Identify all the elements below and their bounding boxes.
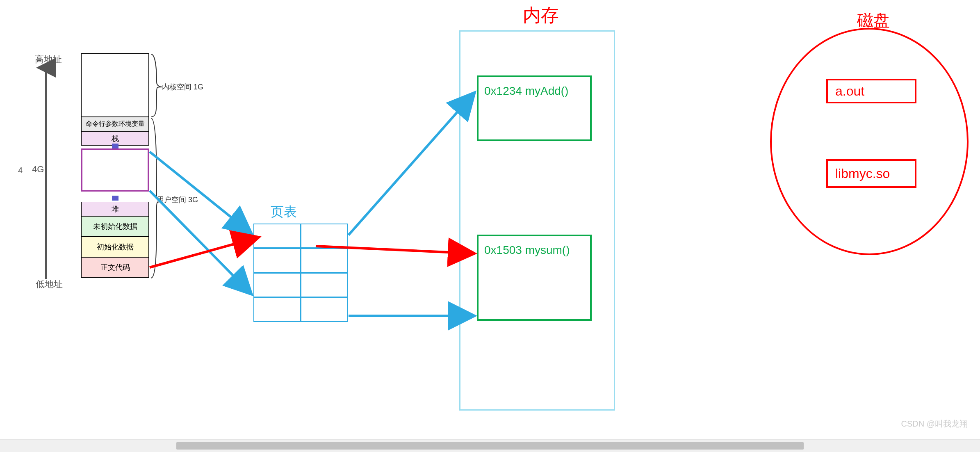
kernel-brace-label: 内核空间 1G xyxy=(162,82,203,92)
mem-box-1-text: 0x1234 myAdd() xyxy=(484,84,596,98)
stack-marker xyxy=(112,144,119,148)
svg-line-4 xyxy=(150,237,259,267)
four-label: 4 xyxy=(18,166,23,175)
svg-line-2 xyxy=(150,152,252,234)
scrollbar-thumb[interactable] xyxy=(176,442,804,450)
segment-heap: 堆 xyxy=(81,202,149,216)
four-g-label: 4G xyxy=(32,164,44,175)
low-address-label: 低地址 xyxy=(36,278,63,290)
high-address-label: 高地址 xyxy=(35,53,62,66)
page-table-title: 页表 xyxy=(271,203,297,221)
segment-mapped xyxy=(81,148,149,192)
heap-marker xyxy=(112,196,119,201)
mem-box-2-text: 0x1503 mysum() xyxy=(484,244,596,257)
disk-file-2: libmyc.so xyxy=(826,159,916,188)
segment-kernel xyxy=(81,53,149,117)
user-brace-label: 用户空间 3G xyxy=(157,195,198,205)
mem-box-1: 0x1234 myAdd() xyxy=(477,75,592,141)
svg-point-1 xyxy=(771,29,968,254)
svg-line-6 xyxy=(349,92,475,235)
disk-file-1: a.out xyxy=(826,79,916,103)
segment-text: 正文代码 xyxy=(81,257,149,278)
horizontal-scrollbar[interactable] xyxy=(0,439,980,452)
mem-box-2: 0x1503 mysum() xyxy=(477,235,592,321)
disk-title: 磁盘 xyxy=(857,9,890,32)
memory-title: 内存 xyxy=(523,3,559,27)
segment-data: 初始化数据 xyxy=(81,237,149,257)
segment-bss: 未初始化数据 xyxy=(81,216,149,237)
svg-line-3 xyxy=(150,191,252,294)
watermark: CSDN @叫我龙翔 xyxy=(901,418,968,429)
page-table-grid xyxy=(253,224,348,322)
segment-cmdline: 命令行参数环境变量 xyxy=(81,117,149,131)
